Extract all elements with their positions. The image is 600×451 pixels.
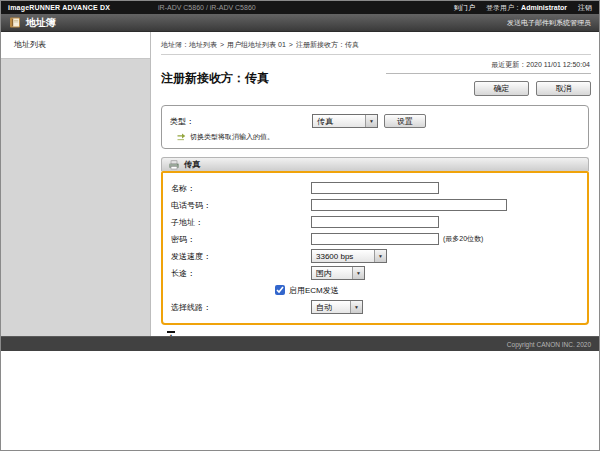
- fax-section-title: 传真: [184, 159, 200, 170]
- ecm-checkbox[interactable]: [275, 285, 285, 295]
- type-label: 类型：: [170, 116, 312, 127]
- fax-section-header: 传真: [161, 157, 589, 171]
- fax-icon: [168, 156, 180, 174]
- select-line-label: 选择线路：: [171, 302, 311, 313]
- send-speed-value: 33600 bps: [316, 252, 353, 261]
- send-speed-label: 发送速度：: [171, 251, 311, 262]
- dropdown-arrow-icon: ▼: [374, 250, 386, 262]
- device-name: iR-ADV C5860 / iR-ADV C5860: [158, 4, 256, 11]
- phone-number-input[interactable]: [311, 199, 507, 211]
- sidebar: 地址列表: [1, 32, 151, 336]
- back-to-top-icon[interactable]: ▲: [167, 331, 175, 336]
- name-input[interactable]: [311, 182, 439, 194]
- long-distance-value: 国内: [316, 268, 332, 279]
- type-select-value: 传真: [317, 116, 333, 127]
- type-section: 类型： 传真 ▼ 设置 切换类型将取消输入的值。: [161, 105, 589, 149]
- login-label: 登录用户：: [486, 4, 521, 11]
- dropdown-arrow-icon: ▼: [365, 115, 377, 127]
- ecm-row: 启用ECM发送: [275, 285, 339, 296]
- last-update: 最近更新：2020 11/01 12:50:04: [386, 58, 591, 74]
- login-user-name: Administrator: [521, 4, 567, 11]
- login-user: 登录用户：Administrator: [486, 3, 567, 13]
- app-title: 地址簿: [26, 16, 56, 30]
- select-line-select[interactable]: 自动 ▼: [311, 300, 363, 314]
- breadcrumb: 地址簿：地址列表>用户组地址列表 01>注册新接收方：传真: [161, 38, 591, 55]
- cancel-button[interactable]: 取消: [536, 81, 591, 96]
- type-note: 切换类型将取消输入的值。: [177, 132, 580, 142]
- remote-ui-window: imageRUNNER ADVANCE DX iR-ADV C5860 / iR…: [0, 0, 600, 451]
- send-speed-select[interactable]: 33600 bps ▼: [311, 249, 387, 263]
- main-panel: 地址簿：地址列表>用户组地址列表 01>注册新接收方：传真 注册新接收方：传真 …: [151, 32, 599, 336]
- app-header: 地址簿 发送电子邮件到系统管理员: [1, 14, 599, 32]
- logout-link[interactable]: 注销: [578, 3, 592, 13]
- content-area: 地址列表 地址簿：地址列表>用户组地址列表 01>注册新接收方：传真 注册新接收…: [1, 32, 599, 336]
- dropdown-arrow-icon: ▼: [350, 301, 362, 313]
- type-select[interactable]: 传真 ▼: [312, 114, 378, 128]
- copyright-text: Copyright CANON INC. 2020: [507, 341, 591, 348]
- ecm-label: 启用ECM发送: [289, 285, 339, 296]
- set-button[interactable]: 设置: [384, 114, 426, 128]
- name-label: 名称：: [171, 183, 311, 194]
- subaddress-label: 子地址：: [171, 217, 311, 228]
- select-line-value: 自动: [316, 302, 332, 313]
- password-label: 密码：: [171, 234, 311, 245]
- phone-label: 电话号码：: [171, 200, 311, 211]
- sidebar-item-address-list[interactable]: 地址列表: [1, 32, 150, 59]
- long-distance-select[interactable]: 国内 ▼: [311, 266, 365, 280]
- switch-note-icon: [177, 133, 186, 142]
- password-input[interactable]: [311, 233, 439, 245]
- footer-bar: Copyright CANON INC. 2020: [1, 336, 599, 351]
- top-bar: imageRUNNER ADVANCE DX iR-ADV C5860 / iR…: [1, 1, 599, 14]
- breadcrumb-current: 注册新接收方：传真: [296, 41, 359, 48]
- mail-admin-link[interactable]: 发送电子邮件到系统管理员: [507, 18, 591, 28]
- subaddress-input[interactable]: [311, 216, 439, 228]
- fax-section-body: 名称： 电话号码： 子地址： 密码： (最多20位数) 发送速度：: [161, 171, 589, 325]
- dropdown-arrow-icon: ▼: [352, 267, 364, 279]
- title-row: 注册新接收方：传真 最近更新：2020 11/01 12:50:04 确定 取消: [161, 58, 591, 96]
- portal-link[interactable]: 到门户: [454, 3, 475, 13]
- type-note-text: 切换类型将取消输入的值。: [190, 132, 274, 142]
- breadcrumb-separator: >: [289, 41, 293, 48]
- address-book-icon: [9, 14, 21, 32]
- page-background: [1, 351, 599, 451]
- long-distance-label: 长途：: [171, 268, 311, 279]
- breadcrumb-link-address-list[interactable]: 地址簿：地址列表: [161, 41, 217, 48]
- ok-button[interactable]: 确定: [474, 81, 529, 96]
- breadcrumb-separator: >: [220, 41, 224, 48]
- brand-text: imageRUNNER ADVANCE DX: [8, 4, 110, 11]
- breadcrumb-link-group-list[interactable]: 用户组地址列表 01: [227, 41, 286, 48]
- page-title: 注册新接收方：传真: [161, 70, 269, 96]
- password-note: (最多20位数): [443, 234, 483, 244]
